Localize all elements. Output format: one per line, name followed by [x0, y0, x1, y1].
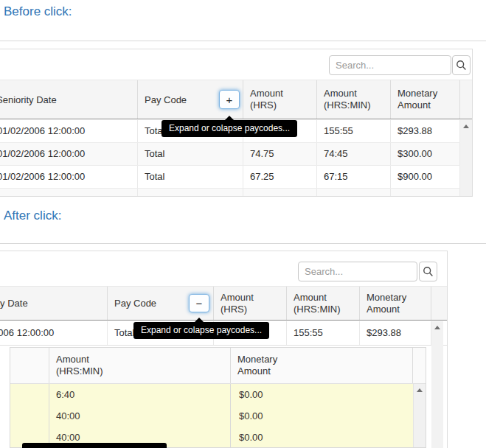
column-header-label: Amount (HRS) — [250, 88, 309, 111]
column-header-label: Pay Code — [114, 298, 156, 309]
column-header-label: Amount (HRS) — [221, 292, 280, 315]
tooltip-text: Expand or colapse paycodes... — [141, 325, 262, 335]
column-header-label: Amount (HRS:MIN) — [56, 354, 115, 377]
subcell-blank — [10, 405, 49, 427]
cell-amount-hrs: 90.00 — [243, 189, 317, 197]
column-header-label: Pay Code — [145, 94, 187, 105]
subtable-body: 6:40 $0.00 40:00 $0.00 40:00 $0.00 — [10, 384, 426, 447]
search-input[interactable] — [298, 262, 417, 281]
subcell-monetary-amount: $0.00 — [231, 405, 413, 427]
table-row[interactable]: 01/02/2006 12:00:00 Total 74.75 74:45 $3… — [0, 143, 472, 166]
subtable-row[interactable]: 40:00 $0.00 — [10, 405, 426, 427]
search-button[interactable] — [419, 262, 437, 281]
cell-seniority-date: 01/02/2006 12:00:00 — [0, 189, 138, 197]
before-heading: Before click: — [4, 4, 72, 19]
column-header-label: Amount (HRS:MIN) — [324, 88, 383, 111]
cell-amount-hrs-min: 74:45 — [317, 143, 391, 165]
table-row[interactable]: 01/02/2006 12:00:00 Total 67.25 67:15 $9… — [0, 166, 472, 189]
section-divider — [0, 41, 486, 41]
subtable-column-header-amount-hrs-min[interactable]: Amount (HRS:MIN) — [49, 348, 231, 383]
column-header-label: Amount (HRS:MIN) — [294, 292, 353, 315]
page: Before click: Seniority Date Pay Code Am… — [0, 0, 486, 448]
cell-seniority-date: 01/02/2006 12:00:00 — [0, 321, 108, 345]
cell-amount-hrs: 67.25 — [243, 166, 317, 188]
cell-monetary-amount: $300.00 — [391, 143, 460, 165]
subcell-amount-hrs-min: 6:40 — [49, 384, 231, 405]
cell-monetary-amount: $293.88 — [391, 120, 460, 142]
cell-amount-hrs: 74.75 — [243, 143, 317, 165]
column-header-label: Monetary Amount — [367, 292, 426, 315]
expand-paycodes-tooltip: Expand or colapse paycodes... — [162, 120, 297, 137]
subtable-column-header-blank — [10, 348, 49, 383]
grid-toolbar — [0, 49, 472, 80]
collapse-paycodes-button[interactable]: − — [189, 294, 209, 312]
column-header-amount-hrs-min[interactable]: Amount (HRS:MIN) — [287, 287, 360, 320]
column-header-label: Seniority Date — [9, 298, 28, 309]
cell-pay-code: Total — [138, 189, 243, 197]
expand-paycodes-tooltip: Expand or colapse paycodes... — [133, 322, 269, 339]
column-header-monetary-amount[interactable]: Monetary Amount — [360, 287, 431, 320]
subcell-amount-hrs-min: 40:00 — [49, 405, 231, 427]
table-row[interactable]: 01/02/2006 12:00:00 Total 90.00 90:00 $1… — [0, 189, 472, 197]
cell-amount-hrs-min: 155:55 — [317, 120, 391, 142]
subcell-blank — [10, 384, 49, 405]
grid-toolbar — [0, 251, 447, 287]
search-button[interactable] — [452, 55, 471, 75]
cell-pay-code: Total — [138, 166, 243, 188]
subtable-vertical-scrollbar[interactable] — [413, 384, 426, 447]
scroll-up-icon[interactable] — [417, 388, 423, 392]
vertical-scrollbar[interactable] — [431, 321, 443, 448]
column-header-amount-hrs[interactable]: Amount (HRS) — [214, 287, 287, 320]
column-header-label: Monetary Amount — [237, 354, 296, 377]
column-header-seniority-date[interactable]: Seniority Date — [0, 287, 108, 320]
header-row: Seniority Date Pay Code Amount (HRS) Amo… — [0, 287, 447, 321]
column-header-amount-hrs-min[interactable]: Amount (HRS:MIN) — [317, 80, 391, 119]
header-row: Seniority Date Pay Code Amount (HRS) Amo… — [0, 80, 472, 119]
cell-amount-hrs-min: 67:15 — [317, 166, 391, 188]
expand-paycodes-button[interactable]: + — [219, 90, 240, 109]
subtable-row[interactable]: 6:40 $0.00 — [10, 384, 426, 405]
column-header-label: Seniority Date — [4, 94, 57, 105]
scroll-up-icon[interactable] — [463, 125, 469, 128]
search-input[interactable] — [329, 55, 451, 75]
section-divider — [0, 243, 486, 244]
partial-tooltip — [22, 443, 167, 448]
scroll-up-icon[interactable] — [434, 326, 440, 329]
cell-amount-hrs-min: 155:55 — [287, 321, 360, 345]
column-header-amount-hrs[interactable]: Amount (HRS) — [243, 80, 317, 119]
tooltip-text: Expand or colapse paycodes... — [169, 123, 290, 133]
after-heading: After click: — [4, 209, 61, 223]
cell-amount-hrs-min: 90:00 — [317, 189, 391, 197]
vertical-scrollbar[interactable] — [460, 120, 472, 196]
subcell-monetary-amount: $0.00 — [231, 427, 413, 448]
subcell-monetary-amount: $0.00 — [231, 384, 413, 405]
cell-pay-code: Total — [138, 143, 243, 165]
subtable-column-header-monetary-amount[interactable]: Monetary Amount — [231, 348, 413, 383]
column-header-label: Monetary Amount — [398, 88, 457, 111]
cell-seniority-date: 01/02/2006 12:00:00 — [0, 166, 138, 188]
tooltip-caret-icon — [225, 116, 234, 120]
search-icon — [423, 266, 434, 277]
cell-monetary-amount: $293.88 — [360, 321, 431, 345]
grid-before: Seniority Date Pay Code Amount (HRS) Amo… — [0, 49, 473, 197]
column-header-seniority-date[interactable]: Seniority Date — [0, 80, 138, 119]
subtable-header-row: Amount (HRS:MIN) Monetary Amount — [10, 348, 426, 384]
grid-after: Seniority Date Pay Code Amount (HRS) Amo… — [0, 251, 448, 448]
tooltip-caret-icon — [195, 318, 204, 322]
paycodes-subtable: Amount (HRS:MIN) Monetary Amount 6:40 $0… — [10, 347, 426, 448]
cell-monetary-amount: $1,562.50 — [391, 189, 460, 197]
cell-seniority-date: 01/02/2006 12:00:00 — [0, 143, 138, 165]
cell-monetary-amount: $900.00 — [391, 166, 460, 188]
cell-seniority-date: 01/02/2006 12:00:00 — [0, 120, 138, 142]
column-header-monetary-amount[interactable]: Monetary Amount — [391, 80, 460, 119]
search-icon — [456, 60, 467, 71]
